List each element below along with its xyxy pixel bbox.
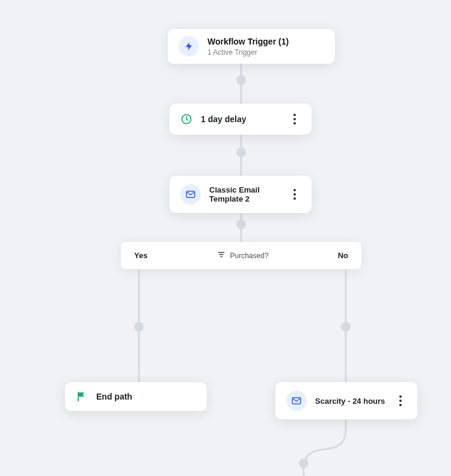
filter-icon: [217, 250, 226, 261]
decision-no-label: No: [338, 251, 348, 260]
email2-label: Scarcity - 24 hours: [315, 397, 388, 406]
more-menu-icon[interactable]: [394, 394, 407, 408]
email1-label: Classic Email Template 2: [209, 185, 283, 203]
delay-label: 1 day delay: [201, 114, 283, 124]
svg-point-6: [134, 322, 144, 332]
decision-node[interactable]: Yes Purchased? No: [121, 242, 361, 269]
trigger-subtitle: 1 Active Trigger: [207, 48, 324, 57]
mail-icon: [180, 184, 201, 205]
delay-node[interactable]: 1 day delay: [170, 104, 311, 135]
workflow-canvas: Workflow Trigger (1) 1 Active Trigger 1 …: [0, 0, 451, 476]
trigger-node[interactable]: Workflow Trigger (1) 1 Active Trigger: [168, 29, 335, 64]
svg-point-3: [236, 147, 246, 157]
svg-point-7: [341, 322, 351, 332]
mail-icon: [286, 391, 307, 411]
flag-icon: [76, 391, 88, 403]
lightning-icon: [179, 36, 199, 57]
more-menu-icon[interactable]: [289, 187, 301, 202]
trigger-title: Workflow Trigger (1): [207, 37, 324, 46]
decision-question-text: Purchased?: [230, 252, 269, 260]
email-node-1[interactable]: Classic Email Template 2: [170, 176, 311, 213]
endpath-node[interactable]: End path: [65, 382, 207, 411]
clock-icon: [180, 113, 192, 125]
more-menu-icon[interactable]: [289, 112, 301, 126]
svg-point-5: [236, 220, 246, 229]
svg-point-1: [236, 75, 246, 85]
decision-yes-label: Yes: [134, 251, 147, 260]
endpath-label: End path: [96, 392, 196, 401]
email-node-2[interactable]: Scarcity - 24 hours: [275, 382, 417, 419]
svg-point-8: [299, 459, 308, 468]
decision-question: Purchased?: [217, 250, 269, 261]
